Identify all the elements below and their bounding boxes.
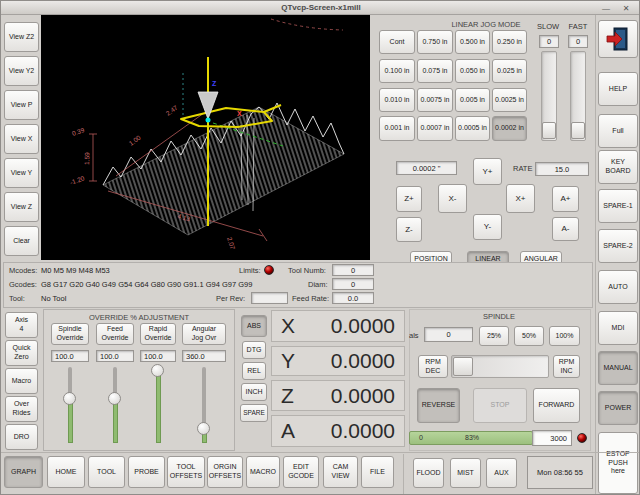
spindle-stop-button[interactable]: STOP — [473, 388, 527, 423]
spindle-rpm-spinbox[interactable]: 3000 — [532, 430, 572, 446]
spindle-reverse-button[interactable]: REVERSE — [417, 388, 460, 423]
angular-jog-override-button[interactable]: Angular Jog Ovr — [182, 323, 226, 345]
close-icon[interactable]: ✕ — [619, 2, 633, 14]
tab-cam-view[interactable]: CAM VIEW — [323, 456, 358, 488]
feed-rate-value: 0.0 — [332, 292, 374, 304]
feed-override-fill — [113, 399, 118, 443]
tab-probe[interactable]: PROBE — [128, 456, 165, 488]
auto-mode-button[interactable]: AUTO — [598, 270, 638, 304]
mist-button[interactable]: MIST — [450, 458, 481, 488]
jog-increment-0075[interactable]: 0.075 in — [417, 59, 453, 83]
dro-dtg-button[interactable]: DTG — [242, 341, 266, 359]
clear-view-button[interactable]: Clear — [4, 226, 39, 256]
jog-increment-0500[interactable]: 0.500 in — [455, 30, 490, 54]
minimize-icon[interactable]: — — [599, 2, 613, 14]
feed-override-handle[interactable] — [108, 392, 121, 405]
spindle-50pct-button[interactable]: 50% — [514, 326, 544, 346]
main-window: QTvcp-Screen-x1mill — ✕ View Z2 View Y2 … — [0, 0, 640, 495]
jog-increment-0001[interactable]: 0.001 in — [379, 116, 415, 141]
spindle-override-handle[interactable] — [63, 392, 76, 405]
tab-home[interactable]: HOME — [47, 456, 85, 488]
jog-increment-cont[interactable]: Cont — [379, 30, 415, 54]
tab-tool-offsets[interactable]: TOOL OFFSETS — [167, 456, 205, 488]
rate-label: RATE — [513, 164, 532, 173]
rpm-dec-button[interactable]: RPM DEC — [418, 355, 448, 378]
jog-increment-00005[interactable]: 0.0005 in — [455, 116, 490, 141]
gcode-graph-view[interactable]: 0.39 1.59 -1.20 1.00 2.47 4.13 2.07 Z X — [41, 15, 370, 260]
help-button[interactable]: HELP — [598, 72, 638, 106]
tab-dro[interactable]: DRO — [5, 424, 38, 450]
tab-macro[interactable]: MACRO — [246, 456, 280, 488]
jog-increment-0005[interactable]: 0.005 in — [455, 88, 490, 112]
dro-spare-button[interactable]: SPARE — [240, 404, 268, 422]
mdi-mode-button[interactable]: MDI — [598, 311, 638, 345]
spindle-forward-button[interactable]: FORWARD — [533, 388, 580, 423]
view-z-button[interactable]: View Z — [4, 192, 39, 222]
fullscreen-button[interactable]: Full — [598, 114, 638, 148]
tab-tool[interactable]: TOOL — [88, 456, 125, 488]
jog-increment-0050[interactable]: 0.050 in — [455, 59, 490, 83]
manual-mode-button[interactable]: MANUAL — [598, 351, 638, 385]
spindle-override-button[interactable]: Spindle Override — [51, 323, 89, 345]
view-y2-button[interactable]: View Y2 — [4, 56, 39, 86]
view-p-button[interactable]: View P — [4, 90, 39, 120]
tab-file[interactable]: FILE — [361, 456, 394, 488]
jog-increment-0025[interactable]: 0.025 in — [492, 59, 527, 83]
fast-slider-handle[interactable] — [571, 122, 585, 139]
tab-macro[interactable]: Macro — [5, 368, 38, 394]
jog-increment-00025[interactable]: 0.0025 in — [492, 88, 527, 112]
jog-increment-0750[interactable]: 0.750 in — [417, 30, 453, 54]
view-z2-button[interactable]: View Z2 — [4, 22, 39, 52]
rpm-inc-button[interactable]: RPM INC — [553, 355, 580, 378]
jog-increment-0100[interactable]: 0.100 in — [379, 59, 415, 83]
jog-y-plus-button[interactable]: Y+ — [473, 158, 502, 185]
power-button[interactable]: POWER — [598, 391, 638, 425]
keyboard-button[interactable]: KEY BOARD — [598, 150, 638, 184]
dro-rel-button[interactable]: REL — [242, 362, 266, 380]
jog-increment-00007[interactable]: 0.0007 in — [417, 116, 453, 141]
jog-z-plus-button[interactable]: Z+ — [396, 186, 422, 212]
jog-increment-00075[interactable]: 0.0075 in — [417, 88, 453, 112]
fast-slider-label: FAST — [565, 22, 591, 31]
spare1-button[interactable]: SPARE-1 — [598, 189, 638, 223]
tab-edit-gcode[interactable]: EDIT GCODE — [283, 456, 319, 488]
spindle-title: SPINDLE — [459, 312, 539, 321]
aux-button[interactable]: AUX — [486, 458, 517, 488]
spindle-100pct-button[interactable]: 100% — [549, 326, 580, 346]
jog-a-plus-button[interactable]: A+ — [552, 186, 579, 212]
view-x-button[interactable]: View X — [4, 124, 39, 154]
tab-axis-4[interactable]: Axis 4 — [5, 312, 38, 338]
exit-button[interactable] — [598, 20, 638, 58]
jog-x-minus-button[interactable]: X- — [438, 184, 467, 213]
jog-increment-0250[interactable]: 0.250 in — [492, 30, 527, 54]
tab-origin-offsets[interactable]: ORGIN OFFSETS — [207, 456, 243, 488]
spindle-at-speed-bar: 0 83% — [409, 431, 533, 445]
view-y-button[interactable]: View Y — [4, 158, 39, 188]
jog-increment-0010[interactable]: 0.010 in — [379, 88, 415, 112]
tab-graph[interactable]: GRAPH — [4, 456, 43, 488]
jog-z-minus-button[interactable]: Z- — [396, 217, 422, 242]
jog-y-minus-button[interactable]: Y- — [473, 214, 502, 240]
angular-jog-handle[interactable] — [197, 422, 210, 435]
rapid-override-handle[interactable] — [151, 364, 164, 377]
jog-a-minus-button[interactable]: A- — [552, 217, 579, 241]
dro-abs-button[interactable]: ABS — [241, 315, 267, 337]
rapid-override-button[interactable]: Rapid Override — [140, 323, 176, 345]
jog-x-plus-button[interactable]: X+ — [506, 184, 535, 213]
jog-increment-00002[interactable]: 0.0002 in — [492, 116, 527, 141]
tool-value: No Tool — [41, 294, 66, 303]
estop-button[interactable]: ESTOP PUSH here — [598, 432, 638, 494]
feed-override-button[interactable]: Feed Override — [96, 323, 134, 345]
tab-quick-zero[interactable]: Quick Zero — [5, 340, 38, 366]
flood-button[interactable]: FLOOD — [413, 458, 444, 488]
mcodes-value: M0 M5 M9 M48 M53 — [41, 266, 110, 275]
spindle-25pct-button[interactable]: 25% — [479, 326, 509, 346]
dro-inch-button[interactable]: INCH — [241, 383, 267, 401]
rpm-slider-handle[interactable] — [453, 357, 473, 376]
tab-overrides[interactable]: Over Rides — [5, 396, 38, 422]
per-rev-input[interactable] — [251, 292, 288, 304]
slow-slider-handle[interactable] — [542, 122, 556, 139]
spare2-button[interactable]: SPARE-2 — [598, 229, 638, 263]
dro-y-row: Y 0.0000 — [271, 346, 405, 376]
dim-label: 1.00 — [127, 133, 142, 146]
